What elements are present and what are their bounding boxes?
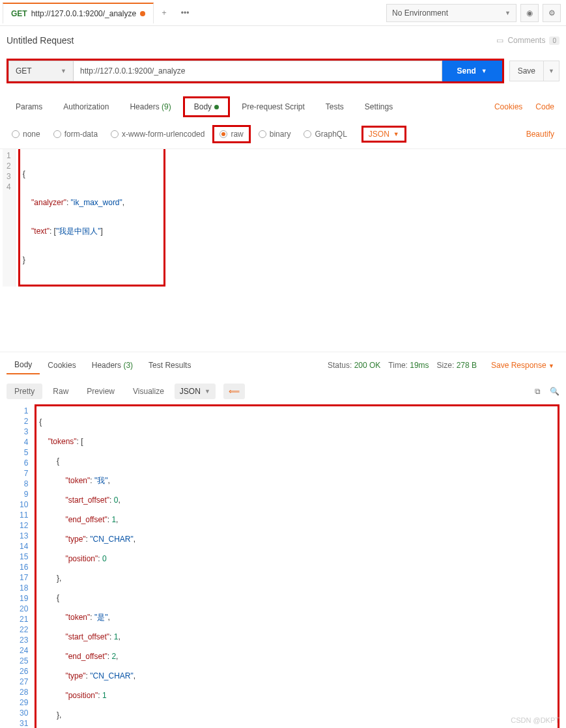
- eye-icon: ◉: [526, 8, 533, 18]
- chevron-down-icon: ▼: [548, 363, 554, 369]
- tab-body[interactable]: Body: [183, 96, 230, 117]
- request-body-code: { "analyzer": "ik_max_word", "text": ["我…: [20, 149, 127, 285]
- settings-button[interactable]: ⚙: [543, 4, 561, 22]
- environment-select[interactable]: No Environment▼: [386, 4, 516, 22]
- tab-url: http://127.0.0.1:9200/_analyze: [31, 9, 136, 18]
- body-formdata[interactable]: form-data: [48, 127, 103, 141]
- chevron-down-icon: ▼: [481, 68, 487, 74]
- view-raw[interactable]: Raw: [45, 384, 76, 399]
- top-bar: GET http://127.0.0.1:9200/_analyze ＋ •••…: [0, 0, 566, 26]
- response-size: 278 B: [457, 361, 477, 370]
- body-type-row: none form-data x-www-form-urlencoded raw…: [0, 122, 566, 149]
- request-body-editor[interactable]: { "analyzer": "ik_max_word", "text": ["我…: [18, 149, 165, 287]
- request-title[interactable]: Untitled Request: [7, 35, 74, 46]
- body-binary[interactable]: binary: [253, 127, 296, 141]
- save-response-button[interactable]: Save Response ▼: [486, 357, 559, 374]
- comments-count: 0: [549, 36, 559, 45]
- body-none[interactable]: none: [7, 127, 46, 141]
- resp-tab-headers[interactable]: Headers (3): [84, 357, 141, 374]
- watermark: CSDN @DKPT: [511, 716, 559, 724]
- resp-tab-body[interactable]: Body: [7, 356, 40, 374]
- response-gutter: 1234567891011121314151617181920212223242…: [7, 404, 35, 728]
- comments-button[interactable]: ▭ Comments 0: [496, 36, 559, 45]
- url-input[interactable]: [74, 61, 442, 81]
- save-button[interactable]: Save: [509, 61, 544, 81]
- response-time: 19ms: [410, 361, 429, 370]
- request-tabs: GET http://127.0.0.1:9200/_analyze ＋ •••: [0, 0, 195, 25]
- save-more-button[interactable]: ▼: [544, 61, 559, 81]
- body-graphql[interactable]: GraphQL: [298, 127, 352, 141]
- tab-tests[interactable]: Tests: [317, 98, 353, 115]
- request-section-tabs: Params Authorization Headers (9) Body Pr…: [0, 87, 566, 122]
- chevron-down-icon: ▼: [548, 68, 554, 74]
- tab-settings[interactable]: Settings: [356, 98, 402, 115]
- status-code: 200 OK: [354, 361, 381, 370]
- wrap-icon: ⟸: [229, 387, 240, 396]
- chevron-down-icon: ▼: [505, 10, 511, 16]
- request-tab[interactable]: GET http://127.0.0.1:9200/_analyze: [3, 3, 154, 23]
- tab-headers[interactable]: Headers (9): [120, 98, 180, 115]
- send-button[interactable]: Send▼: [442, 61, 502, 81]
- env-quicklook-button[interactable]: ◉: [520, 4, 539, 22]
- wrap-lines-button[interactable]: ⟸: [223, 384, 245, 399]
- request-gutter: 1234: [3, 149, 16, 287]
- url-bar: GET▼ Send▼ Save ▼: [0, 55, 566, 87]
- resp-tab-cookies[interactable]: Cookies: [40, 357, 83, 374]
- request-header: Untitled Request ▭ Comments 0: [0, 26, 566, 55]
- unsaved-indicator: [140, 11, 145, 16]
- response-toolbar: Pretty Raw Preview Visualize JSON▼ ⟸ ⧉ 🔍: [0, 378, 566, 404]
- view-pretty[interactable]: Pretty: [7, 384, 42, 399]
- body-raw[interactable]: raw: [212, 125, 250, 143]
- chevron-down-icon: ▼: [393, 131, 399, 137]
- response-body: 1234567891011121314151617181920212223242…: [7, 404, 559, 728]
- chevron-down-icon: ▼: [61, 68, 66, 74]
- response-format-select[interactable]: JSON▼: [175, 384, 216, 399]
- copy-icon: ⧉: [535, 387, 541, 396]
- copy-button[interactable]: ⧉: [535, 387, 541, 396]
- body-urlencoded[interactable]: x-www-form-urlencoded: [106, 127, 210, 141]
- response-code[interactable]: { "tokens": [ { "token": "我", "start_off…: [35, 404, 559, 728]
- body-indicator: [214, 105, 219, 109]
- chevron-down-icon: ▼: [205, 388, 210, 395]
- new-tab-button[interactable]: ＋: [154, 3, 175, 23]
- code-link[interactable]: Code: [530, 98, 559, 115]
- comment-icon: ▭: [496, 36, 503, 45]
- search-button[interactable]: 🔍: [550, 387, 559, 396]
- body-format-select[interactable]: JSON▼: [361, 126, 406, 143]
- beautify-link[interactable]: Beautify: [521, 126, 559, 143]
- tab-prerequest[interactable]: Pre-request Script: [233, 98, 314, 115]
- resp-tab-tests[interactable]: Test Results: [141, 357, 199, 374]
- view-visualize[interactable]: Visualize: [125, 384, 172, 399]
- method-select[interactable]: GET▼: [8, 61, 74, 81]
- tab-method: GET: [11, 9, 27, 18]
- tab-params[interactable]: Params: [7, 98, 51, 115]
- status-info: Status: 200 OK Time: 19ms Size: 278 B: [328, 361, 477, 370]
- view-preview[interactable]: Preview: [79, 384, 122, 399]
- gear-icon: ⚙: [548, 8, 556, 18]
- response-header: Body Cookies Headers (3) Test Results St…: [0, 352, 566, 378]
- cookies-link[interactable]: Cookies: [489, 98, 528, 115]
- env-area: No Environment▼ ◉ ⚙: [386, 0, 566, 25]
- tab-overflow-button[interactable]: •••: [175, 3, 195, 23]
- search-icon: 🔍: [550, 387, 559, 396]
- tab-authorization[interactable]: Authorization: [54, 98, 118, 115]
